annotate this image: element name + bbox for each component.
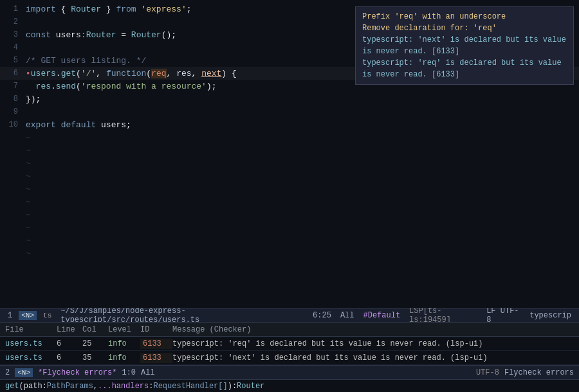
code-editor[interactable]: 1 import { Router } from 'express'; 2 3 …	[0, 0, 579, 308]
tilde-line: ~	[0, 131, 579, 144]
diag-id-1: 6133	[140, 339, 172, 349]
bottom-scope: All	[141, 368, 155, 377]
bottom-mode: <N>	[15, 368, 33, 377]
bottom-position: 1:0	[122, 368, 136, 377]
diag-header-msg: Message (Checker)	[172, 325, 259, 334]
diag-level-2: info	[108, 353, 140, 362]
diag-info-req: typescript: 'req' is declared but its va…	[362, 57, 567, 80]
tilde-line: ~	[0, 234, 579, 247]
diag-row-2[interactable]: users.ts 6 35 info 6133 typescript: 'nex…	[0, 351, 579, 365]
tilde-line: ~	[0, 183, 579, 195]
diag-header-file: File	[5, 325, 57, 334]
diag-level-1: info	[108, 339, 140, 348]
mb-return-type: Router	[237, 382, 264, 391]
status-position: 6:25	[310, 311, 334, 320]
diag-info-next: typescript: 'next' is declared but its v…	[362, 34, 567, 57]
mb-param-path: path	[24, 382, 42, 391]
diagnostic-list-panel: File Line Col Level ID Message (Checker)…	[0, 322, 579, 365]
mini-buffer: get ( path : PathParams , ...handlers : …	[0, 379, 579, 392]
status-mode: <N>	[19, 311, 37, 320]
tilde-line: ~	[0, 221, 579, 234]
diag-line-1: 6	[57, 339, 82, 348]
status-major-mode: typescrip	[527, 311, 574, 320]
status-ts-icon: ts	[41, 312, 54, 319]
mb-function-name: get	[5, 382, 19, 391]
status-default-tag: #Default	[360, 311, 403, 320]
tilde-line: ~	[0, 144, 579, 157]
tilde-line: ~	[0, 170, 579, 183]
bottom-encoding: UTF-8	[476, 368, 499, 377]
status-bar: 1 <N> ts ~/S/J/samples/node-express-type…	[0, 308, 579, 322]
diag-header-line: Line	[57, 325, 82, 334]
mb-type-2: RequestHandler[]	[153, 382, 227, 391]
code-line-10: 10 export default users;	[0, 118, 579, 131]
diag-col-1: 25	[82, 339, 108, 348]
diagnostic-hover-panel: Prefix 'req' with an underscore Remove d…	[355, 6, 574, 85]
bottom-line-num: 2	[5, 368, 10, 377]
flycheck-label: *Flycheck errors*	[38, 368, 116, 377]
tilde-line: ~	[0, 195, 579, 208]
diag-header-id: ID	[140, 325, 172, 334]
status-scope: All	[338, 311, 357, 320]
diag-line-2: 6	[57, 353, 82, 362]
status-line-number: 1	[5, 311, 15, 320]
mb-type-1: PathParams	[47, 382, 93, 391]
bottom-mode-label: Flycheck errors	[504, 368, 574, 377]
tilde-line: ~	[0, 208, 579, 221]
tilde-line: ~	[0, 247, 579, 260]
diag-col-2: 35	[82, 353, 108, 362]
diag-header-level: Level	[108, 325, 140, 334]
code-area: 1 import { Router } from 'express'; 2 3 …	[0, 3, 579, 305]
diag-msg-2: typescript: 'next' is declared but its v…	[172, 353, 574, 362]
diag-action-remove: Remove declaration for: 'req'	[362, 22, 567, 34]
code-line-8: 8 });	[0, 93, 579, 105]
diag-msg-1: typescript: 'req' is declared but its va…	[172, 339, 574, 348]
diag-file-2: users.ts	[5, 353, 57, 362]
diag-header-col: Col	[82, 325, 108, 334]
diag-row-1[interactable]: users.ts 6 25 info 6133 typescript: 'req…	[0, 337, 579, 351]
diag-list-header: File Line Col Level ID Message (Checker)	[0, 323, 579, 337]
diag-id-2: 6133	[140, 353, 172, 363]
code-line-9: 9	[0, 105, 579, 118]
diag-file-1: users.ts	[5, 339, 57, 348]
tilde-line: ~	[0, 157, 579, 170]
mb-param-handlers: ...handlers	[98, 382, 149, 391]
diag-action-prefix: Prefix 'req' with an underscore	[362, 11, 567, 22]
bottom-status-bar: 2 <N> *Flycheck errors* 1:0 All UTF-8 Fl…	[0, 365, 579, 379]
